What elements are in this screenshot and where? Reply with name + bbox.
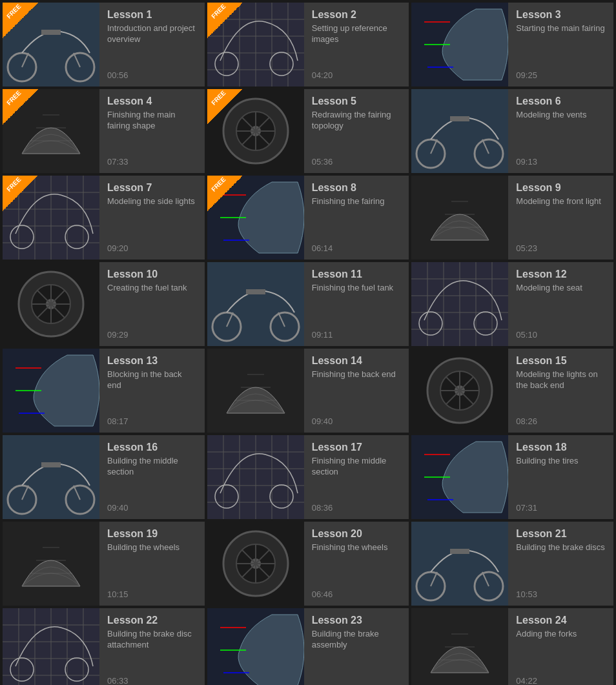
lesson-card-24[interactable]: Lesson 24 Adding the forks 04:22 bbox=[411, 608, 613, 685]
lesson-card-6[interactable]: Lesson 6 Modeling the vents 09:13 bbox=[411, 89, 613, 173]
lesson-info: Lesson 2 Setting up reference images 04:… bbox=[304, 3, 409, 87]
lesson-card-18[interactable]: Lesson 18 Building the tires 07:31 bbox=[411, 435, 613, 519]
lesson-info: Lesson 12 Modeling the seat 05:10 bbox=[508, 262, 613, 346]
lesson-card-14[interactable]: Lesson 14 Finishing the back end 09:40 bbox=[207, 349, 409, 433]
lesson-thumbnail bbox=[3, 262, 99, 346]
lesson-number: Lesson 17 bbox=[312, 442, 402, 453]
lesson-duration: 09:40 bbox=[107, 503, 197, 513]
lesson-number: Lesson 4 bbox=[107, 96, 197, 107]
lesson-card-3[interactable]: Lesson 3 Starting the main fairing 09:25 bbox=[411, 3, 613, 87]
lesson-thumbnail: FREE bbox=[207, 89, 304, 173]
lesson-title: Modeling the side lights bbox=[107, 196, 197, 207]
lesson-card-2[interactable]: FREE Lesson 2 Setting up reference image… bbox=[207, 3, 409, 87]
lesson-info: Lesson 4 Finishing the main fairing shap… bbox=[99, 89, 205, 173]
lesson-number: Lesson 18 bbox=[516, 442, 606, 453]
lesson-number: Lesson 3 bbox=[516, 9, 606, 21]
lesson-info: Lesson 20 Finishing the wheels 06:46 bbox=[304, 522, 409, 606]
lesson-info: Lesson 8 Finishing the fairing 06:14 bbox=[304, 176, 409, 260]
lesson-info: Lesson 11 Finishing the fuel tank 09:11 bbox=[304, 262, 409, 346]
lesson-duration: 08:17 bbox=[107, 416, 197, 426]
free-badge-label: FREE bbox=[210, 3, 227, 20]
lesson-thumbnail bbox=[3, 608, 99, 685]
lesson-thumbnail bbox=[207, 522, 304, 606]
lesson-duration: 05:23 bbox=[516, 243, 606, 253]
svg-rect-90 bbox=[41, 462, 61, 467]
lesson-title: Introduction and project overview bbox=[107, 23, 197, 45]
lesson-title: Modeling the vents bbox=[516, 110, 606, 121]
lesson-title: Modeling the front light bbox=[516, 196, 606, 207]
lesson-info: Lesson 21 Building the brake discs 10:53 bbox=[508, 522, 613, 606]
lesson-duration: 09:25 bbox=[516, 70, 606, 80]
lesson-info: Lesson 14 Finishing the back end 09:40 bbox=[304, 349, 409, 433]
lesson-duration: 07:33 bbox=[107, 157, 197, 167]
lesson-card-13[interactable]: Lesson 13 Blocking in the back end 08:17 bbox=[3, 349, 205, 433]
lesson-duration: 10:53 bbox=[516, 589, 606, 599]
lesson-title: Building the brake discs bbox=[516, 542, 606, 553]
lesson-thumbnail bbox=[411, 262, 508, 346]
lesson-card-8[interactable]: FREE Lesson 8 Finishing the fairing 06:1… bbox=[207, 176, 409, 260]
lesson-card-20[interactable]: Lesson 20 Finishing the wheels 06:46 bbox=[207, 522, 409, 606]
lesson-card-12[interactable]: Lesson 12 Modeling the seat 05:10 bbox=[411, 262, 613, 346]
lesson-thumbnail bbox=[207, 608, 304, 685]
lesson-info: Lesson 23 Building the brake assembly bbox=[304, 608, 409, 685]
lesson-title: Building the wheels bbox=[107, 542, 197, 553]
lesson-title: Finishing the wheels bbox=[312, 542, 402, 553]
lesson-card-10[interactable]: Lesson 10 Creating the fuel tank 09:29 bbox=[3, 262, 205, 346]
lesson-number: Lesson 12 bbox=[516, 269, 606, 280]
lesson-card-1[interactable]: FREE Lesson 1 Introduction and project o… bbox=[3, 3, 205, 87]
lesson-info: Lesson 19 Building the wheels 10:15 bbox=[99, 522, 205, 606]
lesson-card-21[interactable]: Lesson 21 Building the brake discs 10:53 bbox=[411, 522, 613, 606]
lesson-title: Finishing the back end bbox=[312, 369, 402, 380]
lesson-number: Lesson 7 bbox=[107, 182, 197, 194]
lesson-title: Finishing the fuel tank bbox=[312, 283, 402, 294]
lesson-card-19[interactable]: Lesson 19 Building the wheels 10:15 bbox=[3, 522, 205, 606]
lesson-card-9[interactable]: Lesson 9 Modeling the front light 05:23 bbox=[411, 176, 613, 260]
lesson-info: Lesson 6 Modeling the vents 09:13 bbox=[508, 89, 613, 173]
lesson-thumbnail: FREE bbox=[3, 89, 99, 173]
svg-rect-61 bbox=[246, 289, 265, 294]
free-badge: FREE bbox=[3, 3, 38, 38]
lesson-info: Lesson 9 Modeling the front light 05:23 bbox=[508, 176, 613, 260]
lesson-duration: 09:13 bbox=[516, 157, 606, 167]
lesson-card-17[interactable]: Lesson 17 Finishing the middle section 0… bbox=[207, 435, 409, 519]
free-badge-label: FREE bbox=[210, 89, 227, 107]
lesson-card-16[interactable]: Lesson 16 Building the middle section 09… bbox=[3, 435, 205, 519]
lesson-title: Modeling the lights on the back end bbox=[516, 369, 606, 391]
lesson-title: Blocking in the back end bbox=[107, 369, 197, 391]
lesson-thumbnail bbox=[207, 349, 304, 433]
lesson-duration: 09:20 bbox=[107, 243, 197, 253]
free-badge: FREE bbox=[207, 3, 243, 38]
lesson-duration: 00:56 bbox=[107, 70, 197, 80]
lesson-title: Finishing the fairing bbox=[312, 196, 402, 207]
lesson-number: Lesson 10 bbox=[107, 269, 197, 280]
lesson-card-22[interactable]: Lesson 22 Building the brake disc attach… bbox=[3, 608, 205, 685]
lesson-duration: 08:26 bbox=[516, 416, 606, 426]
lesson-card-7[interactable]: FREE Lesson 7 Modeling the side lights 0… bbox=[3, 176, 205, 260]
lesson-card-11[interactable]: Lesson 11 Finishing the fuel tank 09:11 bbox=[207, 262, 409, 346]
free-badge: FREE bbox=[207, 176, 243, 211]
lesson-number: Lesson 24 bbox=[516, 615, 606, 626]
lesson-number: Lesson 8 bbox=[312, 182, 402, 194]
lesson-card-15[interactable]: Lesson 15 Modeling the lights on the bac… bbox=[411, 349, 613, 433]
lesson-info: Lesson 10 Creating the fuel tank 09:29 bbox=[99, 262, 205, 346]
lesson-info: Lesson 3 Starting the main fairing 09:25 bbox=[508, 3, 613, 87]
lesson-thumbnail bbox=[411, 349, 508, 433]
lesson-info: Lesson 13 Blocking in the back end 08:17 bbox=[99, 349, 205, 433]
lesson-thumbnail bbox=[207, 435, 304, 519]
free-badge: FREE bbox=[3, 176, 38, 211]
lesson-number: Lesson 1 bbox=[107, 9, 197, 21]
lesson-title: Starting the main fairing bbox=[516, 23, 606, 34]
free-badge: FREE bbox=[207, 89, 243, 125]
svg-rect-32 bbox=[450, 116, 469, 121]
lesson-info: Lesson 1 Introduction and project overvi… bbox=[99, 3, 205, 87]
lesson-duration: 06:14 bbox=[312, 243, 402, 253]
lesson-card-5[interactable]: FREE Lesson 5 Redrawing the fairing topo… bbox=[207, 89, 409, 173]
lesson-number: Lesson 16 bbox=[107, 442, 197, 453]
lesson-duration: 09:40 bbox=[312, 416, 402, 426]
lesson-card-23[interactable]: Lesson 23 Building the brake assembly bbox=[207, 608, 409, 685]
lesson-number: Lesson 14 bbox=[312, 355, 402, 367]
lesson-duration: 09:11 bbox=[312, 330, 402, 340]
lesson-card-4[interactable]: FREE Lesson 4 Finishing the main fairing… bbox=[3, 89, 205, 173]
lesson-number: Lesson 15 bbox=[516, 355, 606, 367]
lesson-info: Lesson 5 Redrawing the fairing topology … bbox=[304, 89, 409, 173]
